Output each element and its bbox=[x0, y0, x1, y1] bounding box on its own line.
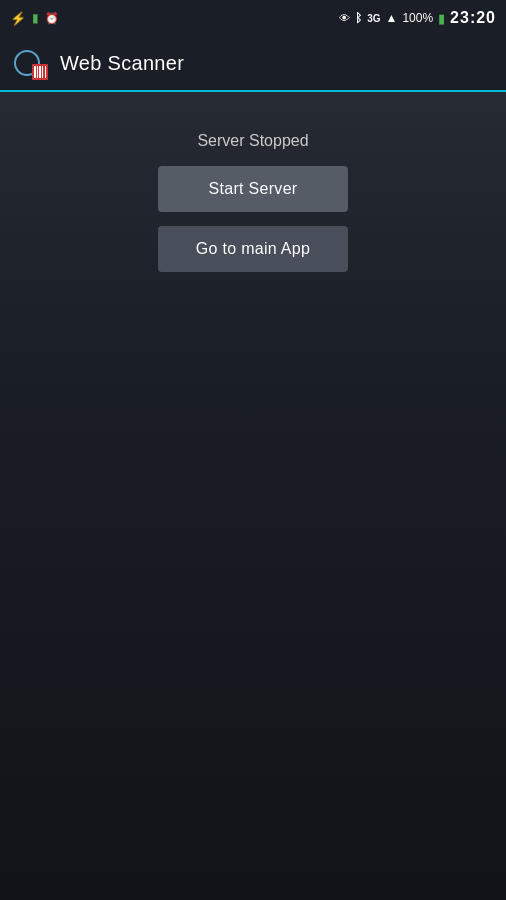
eye-icon: 👁 bbox=[339, 12, 350, 24]
battery-percent: 100% bbox=[402, 11, 433, 25]
barcode-line-1 bbox=[34, 66, 36, 78]
main-content: Server Stopped Start Server Go to main A… bbox=[0, 92, 506, 272]
barcode-line-4 bbox=[42, 66, 43, 78]
barcode-line-5 bbox=[45, 66, 47, 78]
barcode-line-2 bbox=[37, 66, 38, 78]
battery-status-icon: ▮ bbox=[32, 11, 39, 25]
app-bar: Web Scanner bbox=[0, 36, 506, 92]
status-time: 23:20 bbox=[450, 9, 496, 27]
signal-icon: ▲ bbox=[385, 11, 397, 25]
usb-icon: ⚡ bbox=[10, 11, 26, 26]
status-bar: ⚡ ▮ ⏰ 👁 ᛒ 3G ▲ 100% ▮ 23:20 bbox=[0, 0, 506, 36]
start-server-button[interactable]: Start Server bbox=[158, 166, 348, 212]
app-bar-icon bbox=[14, 46, 48, 80]
server-status-label: Server Stopped bbox=[197, 132, 308, 150]
status-bar-right-icons: 👁 ᛒ 3G ▲ 100% ▮ 23:20 bbox=[339, 9, 496, 27]
app-title: Web Scanner bbox=[60, 52, 184, 75]
status-bar-left-icons: ⚡ ▮ ⏰ bbox=[10, 11, 59, 26]
battery-icon: ▮ bbox=[438, 11, 445, 26]
alarm-icon: ⏰ bbox=[45, 12, 59, 25]
3g-icon: 3G bbox=[367, 13, 380, 24]
bluetooth-icon: ᛒ bbox=[355, 11, 362, 25]
barcode-line-3 bbox=[39, 66, 41, 78]
barcode-part bbox=[32, 64, 48, 80]
go-to-main-app-button[interactable]: Go to main App bbox=[158, 226, 348, 272]
